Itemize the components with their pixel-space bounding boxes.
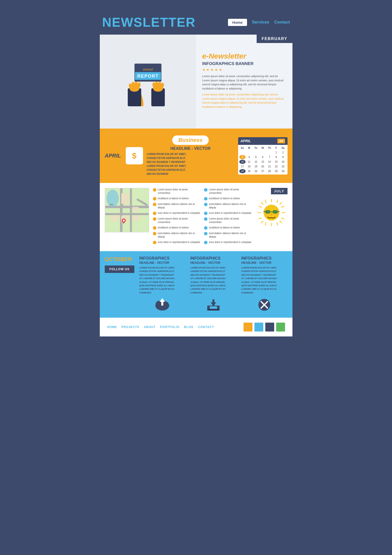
cal-day: 22 [273, 164, 279, 169]
cal-day [253, 150, 259, 155]
cal-day: 10 [239, 160, 246, 164]
nav-contact-link[interactable]: Contact [274, 20, 290, 25]
list-item: exercitation ullamco laboris nisi ut ali… [153, 202, 201, 209]
cal-day: 23 [280, 164, 286, 169]
oct-col2-heading: INFOGRAPHICS [190, 256, 221, 261]
cal-day: 5 [253, 155, 259, 159]
footer-home[interactable]: HOME [107, 325, 117, 329]
list-item: exercitation ullamco laboris nisi ut ali… [204, 232, 252, 239]
x-circle-icon [256, 297, 273, 312]
list-bullet [204, 226, 207, 230]
oct-col3-subheading: HEADLINE - VECTOR [241, 261, 271, 265]
february-illustration: annual REPORT [100, 35, 196, 129]
footer-projects[interactable]: PROJECTS [122, 325, 140, 329]
list-text: irure dolor in reprehenderit in voluptat… [209, 241, 251, 244]
footer-portfolio[interactable]: PORTFOLIO [160, 325, 180, 329]
cal-header-m: M [246, 146, 252, 150]
svg-line-40 [280, 221, 282, 223]
list-text: Lorem ipsum dolor sit amet, consectetur [158, 188, 201, 195]
business-pill: Business [172, 135, 209, 145]
svg-point-62 [163, 302, 168, 308]
list-item: irure dolor in reprehenderit in voluptat… [153, 241, 201, 244]
svg-rect-52 [265, 210, 270, 214]
upload-cloud-icon [154, 297, 171, 312]
list-bullet [153, 203, 156, 206]
cal-day: 15 [273, 160, 279, 164]
cal-day: 9 [280, 155, 286, 159]
october-section: OCTOBER FOLLOW US INFOGRAPHICS HEADLINE … [100, 251, 292, 318]
list-item: Lorem ipsum dolor sit amet, consectetur [153, 217, 201, 224]
svg-rect-29 [132, 216, 140, 221]
cal-day: 19 [253, 164, 259, 169]
april-section: APRIL $ Business HEADLINE - VECTOR LOREM… [100, 129, 292, 183]
svg-line-42 [261, 221, 263, 223]
cal-day: 17 [239, 164, 246, 169]
list-text: exercitation ullamco laboris nisi ut ali… [158, 202, 201, 209]
dollar-icon: $ [126, 147, 143, 164]
october-col-3: INFOGRAPHICS HEADLINE - VECTOR LOREM IPS… [241, 256, 288, 313]
enewsletter-title: e-Newsletter [202, 52, 286, 60]
list-bullet [153, 226, 156, 230]
october-left: OCTOBER FOLLOW US [105, 256, 134, 278]
sun-container [255, 198, 288, 227]
list-bullet [204, 203, 207, 206]
list-text: exercitation ullamco laboris nisi ut ali… [209, 202, 252, 209]
follow-us-button[interactable]: FOLLOW US [105, 266, 134, 273]
cal-day [260, 150, 266, 155]
svg-line-49 [259, 206, 262, 207]
cal-day: 25 [246, 169, 252, 173]
cal-day: 28 [266, 169, 272, 173]
footer-blog[interactable]: BLOG [184, 325, 194, 329]
download-icon-container [190, 297, 236, 313]
svg-line-39 [261, 202, 263, 204]
cal-header-tu: Tu [253, 146, 259, 150]
star-rating: ★ ★ ★ ★ ★ [202, 68, 286, 72]
svg-line-47 [277, 222, 278, 225]
list-text: incididunt ut labore et dolore [158, 197, 189, 200]
swatch-blue [254, 323, 263, 332]
october-col-1: INFOGRAPHICS HEADLINE - VECTOR LOREM IPS… [139, 256, 186, 313]
cal-day: 13 [260, 160, 266, 164]
cal-header-sa: Sa [280, 146, 286, 150]
cal-day: 26 [253, 169, 259, 173]
february-lorem-1: Lorem ipsum dolor sit amet, consectetur … [202, 74, 286, 90]
close-icon-container [241, 297, 288, 313]
list-text: irure dolor in reprehenderit in voluptat… [158, 241, 200, 244]
header: NEWSLETTER Home Services Contact [100, 10, 292, 35]
list-bullet [153, 212, 156, 215]
april-lorem: LOREM IPSUM DOLOR SIT AMET, CONSECTETUR … [147, 152, 234, 176]
svg-rect-69 [207, 309, 220, 311]
cal-day: 4 [246, 155, 252, 159]
footer-contact[interactable]: CONTACT [198, 325, 214, 329]
cal-header-th: Th [266, 146, 272, 150]
svg-point-6 [134, 81, 138, 87]
cal-day: 3 [239, 155, 246, 159]
february-lorem-2: Lorem ipsum dolor sit amet, consectetur … [202, 92, 286, 109]
cal-day [239, 150, 246, 155]
report-figure: annual REPORT [107, 42, 189, 121]
cal-day: 18 [246, 164, 252, 169]
list-text: Lorem ipsum dolor sit amet, consectetur [158, 217, 201, 224]
business-content: Business HEADLINE - VECTOR LOREM IPSUM D… [147, 135, 234, 176]
oct-col3-heading: INFOGRAPHICS [241, 256, 272, 261]
july-section: 486 15 Lorem ipsum dolor sit amet, conse… [100, 183, 292, 251]
april-calendar: APRIL 04 Su M Tu W Th F Sa 1 2 3 [238, 137, 288, 175]
list-bullet [153, 197, 156, 200]
cal-header-w: W [260, 146, 266, 150]
navigation: Home Services Contact [228, 19, 290, 26]
april-headline: HEADLINE - VECTOR [147, 146, 234, 151]
download-tray-icon [205, 297, 222, 312]
cal-day: 20 [260, 164, 266, 169]
nav-services-link[interactable]: Services [252, 20, 269, 25]
cal-header-su: Su [239, 146, 246, 150]
calendar-header: APRIL 04 [238, 137, 288, 145]
svg-text:annual: annual [143, 67, 153, 71]
list-item: incididunt ut labore et dolore [204, 197, 252, 200]
svg-point-57 [271, 214, 272, 216]
upload-icon-container [139, 297, 186, 313]
footer-about[interactable]: ABOUT [144, 325, 156, 329]
list-item: Lorem ipsum dolor sit amet, consectetur [204, 217, 252, 224]
cal-day [266, 150, 272, 155]
nav-home-button[interactable]: Home [228, 19, 247, 26]
cal-day: 27 [260, 169, 266, 173]
